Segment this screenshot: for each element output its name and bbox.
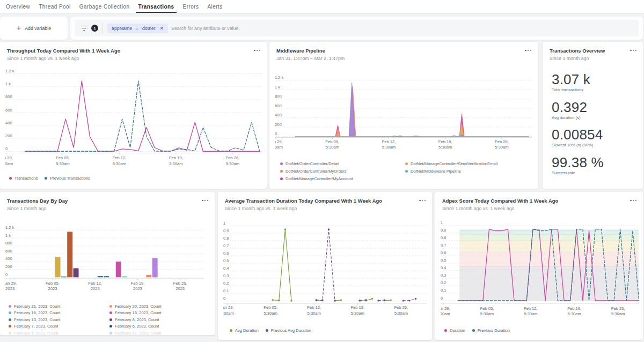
svg-text:5:30am: 5:30am [308, 311, 321, 316]
panel-subtitle: Since 1 month ago vs. 1 week ago [442, 206, 514, 211]
svg-text:Feb 12,: Feb 12, [524, 306, 538, 311]
stat-value: 99.38 % [552, 155, 639, 170]
svg-text:5:30am: 5:30am [5, 161, 13, 166]
tab-alerts[interactable]: Alerts [203, 0, 226, 13]
panel-menu-button[interactable] [525, 50, 531, 51]
legend-item[interactable]: DotNet/ManageController/SendVerification… [405, 160, 497, 167]
legend-label: February 21, 2023, Count [14, 304, 61, 309]
panel-menu-button[interactable] [630, 200, 636, 201]
add-variable-label: Add variable [25, 26, 51, 31]
panel-transactions-overview: Transactions Overview Since 1 month ago … [543, 42, 643, 189]
svg-text:0.7: 0.7 [441, 243, 447, 248]
legend-item[interactable]: February 5, 2023, Count [9, 330, 109, 335]
svg-text:2023: 2023 [91, 286, 100, 291]
svg-text:0.1: 0.1 [441, 288, 447, 293]
legend-item[interactable]: Transactions [9, 175, 38, 181]
svg-text:5:30am: 5:30am [326, 145, 339, 150]
svg-text:0.1: 0.1 [223, 288, 229, 293]
legend-item[interactable]: DotNet/OrderController/MyOrders [280, 167, 405, 175]
legend-item[interactable]: February 6, 2023, Count [109, 323, 162, 330]
svg-text:0.6: 0.6 [441, 250, 447, 255]
legend-dot-icon [472, 329, 475, 332]
svg-text:0: 0 [275, 131, 277, 136]
legend-dot-icon [45, 177, 47, 180]
svg-text:5:30am: 5:30am [223, 311, 234, 316]
panel-menu-button[interactable] [254, 50, 260, 51]
svg-text:1.2 k: 1.2 k [5, 225, 14, 230]
svg-text:5:30am: 5:30am [264, 311, 277, 316]
throughput-legend: TransactionsPrevious Transactions [9, 175, 90, 181]
panel-transactions-day-by-day: Transactions Day By Day Since 1 month ag… [0, 192, 215, 335]
panel-menu-button[interactable] [630, 50, 636, 51]
legend-item[interactable]: DotNet/ManageController/MyAccount [280, 175, 405, 182]
legend-item[interactable]: February 7, 2023, Count [9, 323, 109, 330]
filter-chip[interactable]: appName = 'dotnet' ✕ [107, 24, 168, 33]
tab-transactions[interactable]: Transactions [134, 0, 178, 13]
tab-overview[interactable]: Overview [2, 0, 34, 13]
legend-item[interactable]: February 21, 2023, Count [9, 303, 109, 310]
svg-text:Feb 05,: Feb 05, [264, 305, 277, 310]
legend-item[interactable]: February 15, 2023, Count [109, 310, 162, 317]
middleware-pipeline-chart: 02004006008001 k1.2 kJan 29,5:30amFeb 05… [275, 74, 533, 154]
stat-total-transactions: 3.07 kTotal transactions [552, 72, 639, 100]
legend-label: February 16, 2023, Count [14, 310, 61, 315]
search-input[interactable] [171, 26, 639, 31]
legend-item[interactable]: DotNet/Middleware Pipeline [405, 167, 497, 175]
panel-subtitle: Since 1 month ago vs. 1 week ago [225, 206, 297, 211]
legend-dot-icon [280, 170, 283, 173]
day-by-day-chart: 02004006008001 k1.2 kJan 29,2023Feb 05,2… [5, 224, 210, 294]
svg-text:800: 800 [5, 241, 12, 246]
panel-subtitle: Since 1 month ago vs. 1 week ago [7, 56, 79, 61]
legend-item[interactable]: DotNet/OrderController/Detail [280, 160, 405, 167]
panel-title: Average Transaction Duration Today Compa… [225, 198, 382, 204]
legend-dot-icon [405, 170, 408, 173]
filter-icon[interactable] [80, 26, 87, 31]
svg-text:0.8: 0.8 [441, 235, 447, 240]
svg-text:5:30am: 5:30am [438, 145, 452, 150]
stat-label: Avg duration (s) [552, 115, 639, 120]
legend-item[interactable]: February 8, 2023, Count [109, 316, 162, 323]
svg-text:Feb 05,: Feb 05, [480, 306, 494, 311]
svg-text:0.5: 0.5 [223, 258, 229, 263]
panel-subtitle: Jan 31, 1:47pm – Mar 2, 1:47pm [276, 56, 345, 61]
tab-errors[interactable]: Errors [179, 0, 203, 13]
svg-text:2023: 2023 [133, 286, 142, 291]
svg-text:0.5: 0.5 [441, 258, 447, 263]
tab-garbage-collection[interactable]: Garbage Collection [75, 0, 134, 13]
panel-menu-button[interactable] [202, 200, 208, 201]
tab-thread-pool[interactable]: Thread Pool [34, 0, 75, 13]
legend-label: February 7, 2023, Count [14, 324, 58, 329]
chip-close-icon[interactable]: ✕ [159, 26, 164, 31]
stat-value: 3.07 k [552, 72, 639, 87]
legend-item[interactable]: Previous Duration [472, 327, 510, 333]
svg-text:Feb 19,: Feb 19, [567, 306, 581, 311]
panel-menu-button[interactable] [419, 200, 426, 201]
legend-dot-icon [109, 332, 112, 334]
svg-text:0.3: 0.3 [223, 273, 229, 278]
svg-text:Feb 12,: Feb 12, [307, 305, 321, 310]
legend-label: DotNet/ManageController/MyAccount [286, 176, 353, 181]
legend-dot-icon [109, 318, 112, 321]
svg-text:Feb 26,: Feb 26, [611, 306, 625, 311]
legend-item[interactable]: February 16, 2023, Count [9, 310, 109, 317]
legend-item[interactable]: February 12, 2023, Count [109, 330, 162, 335]
legend-label: Transactions [14, 176, 38, 181]
svg-text:0.7: 0.7 [223, 243, 229, 248]
legend-label: Duration [450, 328, 465, 333]
legend-dot-icon [109, 305, 112, 308]
legend-dot-icon [9, 318, 11, 321]
add-variable-button[interactable]: + Add variable [0, 17, 68, 40]
legend-dot-icon [9, 177, 12, 180]
legend-item[interactable]: February 20, 2023, Count [109, 303, 162, 310]
panel-subtitle: Since 1 month ago [550, 56, 589, 61]
legend-item[interactable]: Previous Avg Duration [266, 327, 311, 333]
chip-operator: = [135, 26, 138, 31]
apdex-legend: DurationPrevious Duration [444, 327, 510, 333]
legend-item[interactable]: Previous Transactions [45, 175, 90, 181]
legend-item[interactable]: Avg Duration [230, 327, 259, 333]
svg-text:5:30am: 5:30am [441, 311, 450, 316]
legend-item[interactable]: February 13, 2023, Count [9, 316, 109, 323]
stat-label: Success rate [552, 170, 639, 175]
legend-item[interactable]: Duration [444, 327, 465, 333]
svg-text:Feb 19,: Feb 19, [438, 139, 452, 144]
